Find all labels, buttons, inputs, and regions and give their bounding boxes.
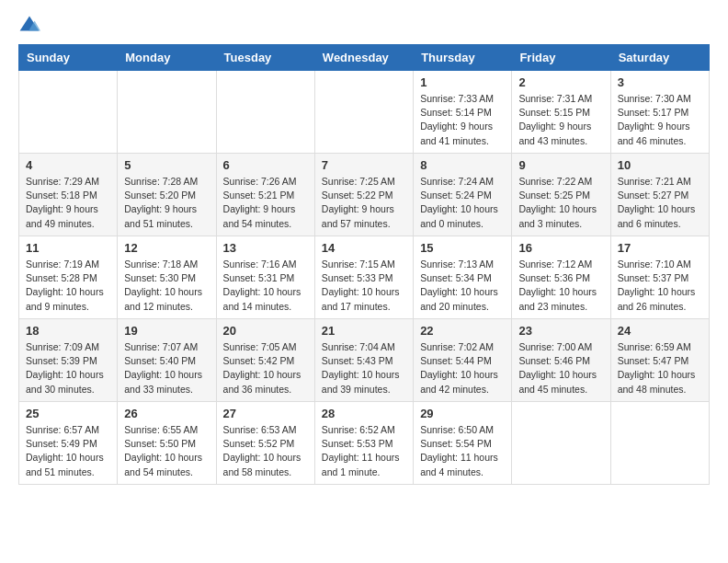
day-number: 2 (518, 75, 603, 89)
calendar-container: SundayMondayTuesdayWednesdayThursdayFrid… (0, 0, 728, 494)
logo-icon (18, 15, 40, 37)
calendar-cell: 3Sunrise: 7:30 AM Sunset: 5:17 PM Daylig… (610, 71, 709, 154)
calendar-cell: 24Sunrise: 6:59 AM Sunset: 5:47 PM Dayli… (610, 319, 709, 402)
calendar-cell: 17Sunrise: 7:10 AM Sunset: 5:37 PM Dayli… (610, 236, 709, 319)
header (18, 15, 710, 37)
day-info: Sunrise: 7:13 AM Sunset: 5:34 PM Dayligh… (420, 258, 505, 314)
calendar-cell (610, 402, 709, 485)
calendar-cell: 18Sunrise: 7:09 AM Sunset: 5:39 PM Dayli… (19, 319, 118, 402)
calendar-header-row: SundayMondayTuesdayWednesdayThursdayFrid… (19, 45, 710, 71)
day-info: Sunrise: 7:26 AM Sunset: 5:21 PM Dayligh… (223, 175, 308, 231)
calendar-cell: 20Sunrise: 7:05 AM Sunset: 5:42 PM Dayli… (216, 319, 314, 402)
calendar-cell: 5Sunrise: 7:28 AM Sunset: 5:20 PM Daylig… (118, 154, 216, 236)
day-number: 5 (124, 158, 209, 172)
day-of-week-header: Thursday (414, 45, 512, 71)
calendar-cell: 8Sunrise: 7:24 AM Sunset: 5:24 PM Daylig… (414, 154, 512, 236)
day-number: 23 (518, 324, 603, 338)
calendar-cell: 26Sunrise: 6:55 AM Sunset: 5:50 PM Dayli… (118, 402, 216, 485)
day-number: 3 (618, 75, 702, 89)
day-info: Sunrise: 6:55 AM Sunset: 5:50 PM Dayligh… (124, 423, 209, 479)
day-info: Sunrise: 7:12 AM Sunset: 5:36 PM Dayligh… (518, 258, 603, 314)
calendar-cell: 21Sunrise: 7:04 AM Sunset: 5:43 PM Dayli… (314, 319, 413, 402)
logo (18, 15, 44, 37)
calendar-cell: 22Sunrise: 7:02 AM Sunset: 5:44 PM Dayli… (414, 319, 512, 402)
day-number: 28 (322, 407, 406, 420)
day-number: 15 (420, 241, 505, 255)
day-number: 7 (322, 158, 406, 172)
calendar-cell (314, 71, 413, 154)
day-info: Sunrise: 7:24 AM Sunset: 5:24 PM Dayligh… (420, 175, 505, 231)
day-number: 11 (26, 241, 110, 255)
day-info: Sunrise: 7:16 AM Sunset: 5:31 PM Dayligh… (223, 258, 308, 314)
day-info: Sunrise: 7:33 AM Sunset: 5:14 PM Dayligh… (420, 92, 505, 148)
day-info: Sunrise: 6:59 AM Sunset: 5:47 PM Dayligh… (618, 340, 702, 396)
day-info: Sunrise: 7:25 AM Sunset: 5:22 PM Dayligh… (322, 175, 406, 231)
day-number: 17 (618, 241, 702, 255)
day-info: Sunrise: 7:09 AM Sunset: 5:39 PM Dayligh… (26, 340, 110, 396)
calendar-cell: 29Sunrise: 6:50 AM Sunset: 5:54 PM Dayli… (414, 402, 512, 485)
calendar-week-row: 25Sunrise: 6:57 AM Sunset: 5:49 PM Dayli… (19, 402, 710, 485)
day-info: Sunrise: 7:04 AM Sunset: 5:43 PM Dayligh… (322, 340, 406, 396)
calendar-cell: 9Sunrise: 7:22 AM Sunset: 5:25 PM Daylig… (512, 154, 610, 236)
day-info: Sunrise: 7:21 AM Sunset: 5:27 PM Dayligh… (618, 175, 702, 231)
calendar-cell (19, 71, 118, 154)
day-info: Sunrise: 7:19 AM Sunset: 5:28 PM Dayligh… (26, 258, 110, 314)
day-number: 8 (420, 158, 505, 172)
day-info: Sunrise: 7:30 AM Sunset: 5:17 PM Dayligh… (618, 92, 702, 148)
calendar-cell: 14Sunrise: 7:15 AM Sunset: 5:33 PM Dayli… (314, 236, 413, 319)
day-info: Sunrise: 7:29 AM Sunset: 5:18 PM Dayligh… (26, 175, 110, 231)
day-number: 27 (223, 407, 308, 420)
calendar-cell: 10Sunrise: 7:21 AM Sunset: 5:27 PM Dayli… (610, 154, 709, 236)
calendar-cell: 2Sunrise: 7:31 AM Sunset: 5:15 PM Daylig… (512, 71, 610, 154)
calendar-week-row: 4Sunrise: 7:29 AM Sunset: 5:18 PM Daylig… (19, 154, 710, 236)
calendar-cell: 28Sunrise: 6:52 AM Sunset: 5:53 PM Dayli… (314, 402, 413, 485)
day-info: Sunrise: 6:53 AM Sunset: 5:52 PM Dayligh… (223, 423, 308, 479)
calendar-cell (512, 402, 610, 485)
day-info: Sunrise: 7:18 AM Sunset: 5:30 PM Dayligh… (124, 258, 209, 314)
day-info: Sunrise: 7:28 AM Sunset: 5:20 PM Dayligh… (124, 175, 209, 231)
day-number: 21 (322, 324, 406, 338)
day-number: 19 (124, 324, 209, 338)
calendar-cell: 27Sunrise: 6:53 AM Sunset: 5:52 PM Dayli… (216, 402, 314, 485)
calendar-cell (118, 71, 216, 154)
day-number: 12 (124, 241, 209, 255)
day-info: Sunrise: 6:52 AM Sunset: 5:53 PM Dayligh… (322, 423, 406, 479)
day-of-week-header: Sunday (19, 45, 118, 71)
day-number: 9 (518, 158, 603, 172)
day-info: Sunrise: 7:07 AM Sunset: 5:40 PM Dayligh… (124, 340, 209, 396)
day-info: Sunrise: 7:05 AM Sunset: 5:42 PM Dayligh… (223, 340, 308, 396)
day-number: 26 (124, 407, 209, 420)
calendar-cell: 6Sunrise: 7:26 AM Sunset: 5:21 PM Daylig… (216, 154, 314, 236)
day-info: Sunrise: 7:31 AM Sunset: 5:15 PM Dayligh… (518, 92, 603, 148)
day-number: 4 (26, 158, 110, 172)
calendar-cell: 4Sunrise: 7:29 AM Sunset: 5:18 PM Daylig… (19, 154, 118, 236)
day-info: Sunrise: 7:00 AM Sunset: 5:46 PM Dayligh… (518, 340, 603, 396)
day-number: 24 (618, 324, 702, 338)
day-number: 14 (322, 241, 406, 255)
calendar-cell: 19Sunrise: 7:07 AM Sunset: 5:40 PM Dayli… (118, 319, 216, 402)
day-of-week-header: Wednesday (314, 45, 413, 71)
day-info: Sunrise: 7:02 AM Sunset: 5:44 PM Dayligh… (420, 340, 505, 396)
calendar-cell: 1Sunrise: 7:33 AM Sunset: 5:14 PM Daylig… (414, 71, 512, 154)
day-of-week-header: Friday (512, 45, 610, 71)
day-number: 29 (420, 407, 505, 420)
day-number: 18 (26, 324, 110, 338)
calendar-week-row: 11Sunrise: 7:19 AM Sunset: 5:28 PM Dayli… (19, 236, 710, 319)
day-info: Sunrise: 7:15 AM Sunset: 5:33 PM Dayligh… (322, 258, 406, 314)
calendar-cell: 7Sunrise: 7:25 AM Sunset: 5:22 PM Daylig… (314, 154, 413, 236)
day-number: 6 (223, 158, 308, 172)
day-info: Sunrise: 6:57 AM Sunset: 5:49 PM Dayligh… (26, 423, 110, 479)
day-info: Sunrise: 7:10 AM Sunset: 5:37 PM Dayligh… (618, 258, 702, 314)
calendar-cell: 25Sunrise: 6:57 AM Sunset: 5:49 PM Dayli… (19, 402, 118, 485)
day-of-week-header: Monday (118, 45, 216, 71)
day-of-week-header: Tuesday (216, 45, 314, 71)
calendar-cell: 13Sunrise: 7:16 AM Sunset: 5:31 PM Dayli… (216, 236, 314, 319)
calendar-cell: 11Sunrise: 7:19 AM Sunset: 5:28 PM Dayli… (19, 236, 118, 319)
day-number: 1 (420, 75, 505, 89)
calendar-week-row: 18Sunrise: 7:09 AM Sunset: 5:39 PM Dayli… (19, 319, 710, 402)
day-of-week-header: Saturday (610, 45, 709, 71)
day-number: 10 (618, 158, 702, 172)
calendar-cell: 23Sunrise: 7:00 AM Sunset: 5:46 PM Dayli… (512, 319, 610, 402)
calendar-cell: 16Sunrise: 7:12 AM Sunset: 5:36 PM Dayli… (512, 236, 610, 319)
calendar-cell: 15Sunrise: 7:13 AM Sunset: 5:34 PM Dayli… (414, 236, 512, 319)
